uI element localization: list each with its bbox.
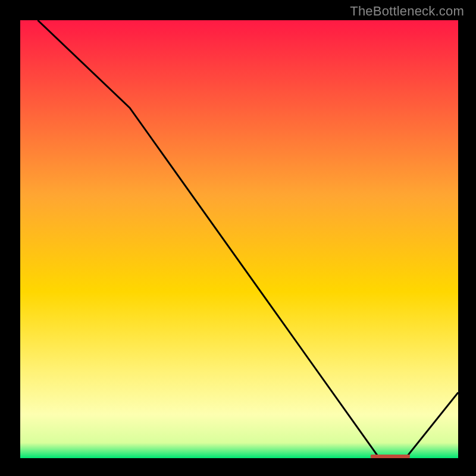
chart-svg bbox=[20, 20, 458, 458]
watermark-label: TheBottleneck.com bbox=[350, 4, 464, 19]
gradient-background bbox=[20, 20, 458, 458]
optimal-range-marker bbox=[371, 455, 410, 458]
chart-frame: TheBottleneck.com bbox=[0, 0, 476, 476]
plot-area bbox=[19, 19, 459, 459]
